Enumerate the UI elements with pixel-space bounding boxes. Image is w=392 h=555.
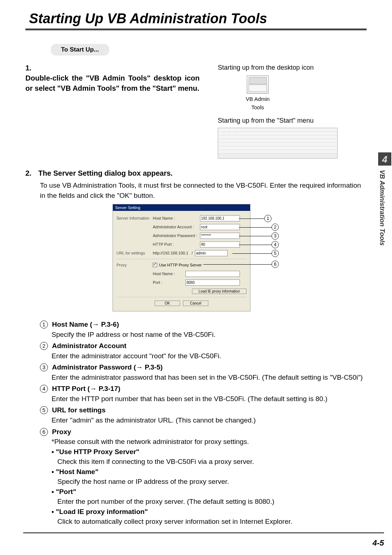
def-3-num: 3 [40,363,48,371]
step-2-heading-text: The Server Setting dialog box appears. [38,169,173,177]
chapter-number-badge: 4 [378,152,391,166]
input-admin-password[interactable]: ******* [200,233,240,239]
def-6-sub-4-title: • "Load IE proxy information" [52,507,367,517]
callout-4: 4 [239,241,279,248]
chapter-side-label: VB Administration Tools [378,170,386,322]
def-4: 4 HTTP Port (→ P.3-17) Enter the HTTP po… [40,384,367,404]
input-host-name[interactable]: 192.168.100.1 [200,215,240,221]
def-2: 2 Administrator Account Enter the admini… [40,341,367,361]
def-6-sub-1-title: • "Use HTTP Proxy Server" [52,447,367,457]
step-1-heading-text: Double-click the "VB Admin Tools" deskto… [25,73,200,93]
label-proxy-port: Port : [153,280,185,285]
def-5-num: 5 [40,406,48,414]
label-admin-password: Administrator Password : [153,233,200,238]
step-1: 1. Double-click the "VB Admin Tools" des… [25,63,367,159]
label-host-name: Host Name : [153,216,200,220]
callout-3: 3 [239,232,279,240]
footer-rule [23,532,384,533]
server-setting-dialog: Server Setting Server Information Host N… [113,204,250,311]
section-label-proxy: Proxy [117,263,153,267]
input-url-settings[interactable]: admin [195,250,228,256]
def-6-sub-4: • "Load IE proxy information" Click to a… [52,507,367,527]
def-3-body: Enter the administrator password that ha… [52,372,367,383]
label-admin-account: Administrator Account : [153,225,200,229]
label-http-port: HTTP Port : [153,242,200,246]
title-rule [25,29,367,30]
step-2-heading: 2. The Server Setting dialog box appears… [25,168,367,178]
def-6-sub-2: • "Host Name" Specify the host name or I… [52,467,367,487]
def-1-body: Specify the IP address or host name of t… [52,330,367,340]
step-2-number: 2. [25,168,36,178]
page: Starting Up VB Administration Tools To S… [0,0,392,535]
dialog-titlebar: Server Setting [113,204,250,211]
input-proxy-port[interactable]: 8080 [185,279,240,286]
page-title: Starting Up VB Administration Tools [25,11,367,26]
def-2-title: Administrator Account [52,342,126,350]
desktop-icon-label: VB Admin Tools [240,95,276,111]
checkbox-use-http-proxy[interactable] [153,263,157,267]
callout-6: 6 [203,261,279,268]
start-menu-screenshot [218,128,338,159]
def-5-body: Enter "admin" as the administrator URL. … [52,415,367,425]
def-4-body: Enter the HTTP port number that has been… [52,394,367,404]
def-6-num: 6 [40,428,48,436]
page-number: 4-5 [372,538,384,548]
def-3-title: Administrator Password (→ P.3-5) [52,363,163,371]
callout-1: 1 [239,215,271,222]
step-1-heading: 1. Double-click the "VB Admin Tools" des… [25,63,211,93]
step-1-left: 1. Double-click the "VB Admin Tools" des… [25,63,218,159]
def-5: 5 URL for settings Enter "admin" as the … [40,405,367,425]
button-load-ie-proxy[interactable]: Load IE proxy information [192,289,246,294]
section-label-server-info: Server Information [117,216,153,220]
url-prefix-text: http://192.168.100.1 [153,251,188,255]
def-6-sub-3-title: • "Port" [52,487,367,497]
def-6-sub-1-body: Check this item if connecting to the VB-… [57,457,367,467]
callout-5: 5 [232,250,279,257]
title-rule-shadow [25,30,367,31]
def-6-sub-2-body: Specify the host name or IP address of t… [57,477,367,487]
definitions-list: 1 Host Name (→ P.3-6) Specify the IP add… [40,319,367,527]
input-http-port[interactable]: 80 [200,241,240,248]
def-6-sub-3: • "Port" Enter the port number of the pr… [52,487,367,507]
step-1-right: Starting up from the desktop icon VB Adm… [218,63,367,159]
def-5-title: URL for settings [52,406,105,414]
def-2-num: 2 [40,342,48,350]
def-4-num: 4 [40,385,48,393]
caption-start-menu: Starting up from the "Start" menu [218,116,367,126]
title-block: Starting Up VB Administration Tools [25,11,367,31]
dialog-separator [117,259,246,259]
url-slash: / [192,251,193,255]
def-1-num: 1 [40,321,48,328]
vb-admin-tools-icon [247,76,269,94]
chapter-side-tab: 4 VB Administration Tools [378,152,392,327]
input-admin-account[interactable]: root [200,224,240,230]
def-1-title: Host Name (→ P.3-6) [52,321,119,328]
def-2-body: Enter the administrator account "root" f… [52,351,367,361]
section-pill-to-start-up: To Start Up... [51,44,109,56]
caption-desktop-icon: Starting up from the desktop icon [218,63,367,73]
label-proxy-host: Host Name : [153,272,185,276]
def-6-sub-4-body: Click to automatically collect proxy ser… [57,517,367,527]
step-2: 2. The Server Setting dialog box appears… [25,168,367,200]
def-6-sub-3-body: Enter the port number of the proxy serve… [57,497,367,507]
def-6-sub-2-title: • "Host Name" [52,467,367,477]
step-2-body: To use VB Administration Tools, it must … [40,180,367,200]
input-proxy-host[interactable] [185,271,240,277]
dialog-separator-2 [117,297,246,297]
server-setting-dialog-figure: Server Setting Server Information Host N… [113,204,305,313]
def-1: 1 Host Name (→ P.3-6) Specify the IP add… [40,319,367,339]
def-6: 6 Proxy *Please consult with the network… [40,427,367,527]
section-label-url: URL for settings [117,251,153,255]
callout-2: 2 [239,224,279,231]
def-4-title: HTTP Port (→ P.3-17) [52,385,120,392]
def-6-sub-1: • "Use HTTP Proxy Server" Check this ite… [52,447,367,467]
def-6-title: Proxy [52,428,71,436]
label-use-http-proxy: Use HTTP Proxy Server [159,263,202,267]
cancel-button[interactable]: Cancel [183,301,208,306]
def-3: 3 Administrator Password (→ P.3-5) Enter… [40,362,367,382]
ok-button[interactable]: OK [155,301,180,306]
desktop-icon-block: VB Admin Tools [240,76,276,111]
def-6-body: *Please consult with the network adminis… [52,437,367,447]
step-1-number: 1. [25,63,36,73]
